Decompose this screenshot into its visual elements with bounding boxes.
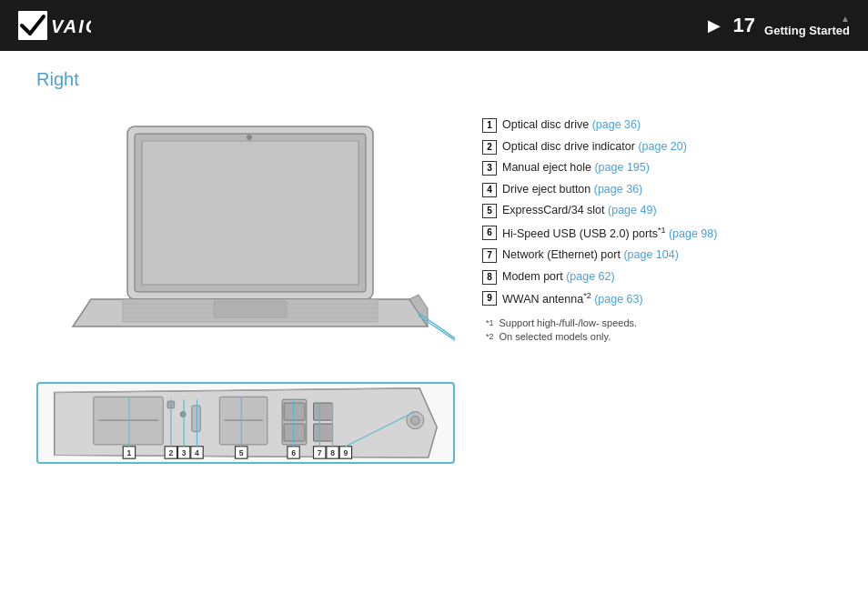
svg-rect-4 [142, 141, 358, 285]
item-text-2: Optical disc drive indicator (page 20) [502, 139, 687, 156]
item-text-5: ExpressCard/34 slot (page 49) [502, 203, 657, 219]
header: VAIO ▶ 17 ▲ Getting Started [0, 0, 868, 51]
page-number: 17 [733, 14, 755, 37]
item-link-9[interactable]: (page 63) [594, 293, 643, 306]
bottom-strip-diagram: 1 2 3 4 5 6 [36, 382, 455, 464]
item-number-9: 9 [482, 291, 497, 306]
svg-rect-19 [192, 406, 201, 432]
section-title: Right [36, 69, 832, 90]
svg-text:VAIO: VAIO [51, 16, 91, 36]
svg-text:1: 1 [127, 448, 132, 457]
svg-text:8: 8 [330, 448, 335, 457]
item-number-2: 2 [482, 140, 497, 155]
svg-text:5: 5 [239, 448, 244, 457]
item-link-8[interactable]: (page 62) [566, 270, 615, 283]
header-right: ▶ 17 ▲ Getting Started [708, 14, 850, 37]
footnote-1: *1 Support high-/full-/low- speeds. [486, 317, 832, 328]
list-item: 3 Manual eject hole (page 195) [482, 160, 832, 176]
item-number-6: 6 [482, 226, 497, 240]
item-number-4: 4 [482, 183, 497, 197]
content-area: 1 2 3 4 5 6 [36, 108, 832, 464]
item-number-7: 7 [482, 248, 497, 263]
illustration-area: 1 2 3 4 5 6 [36, 108, 455, 464]
svg-text:9: 9 [343, 448, 348, 457]
footnote-2: *2 On selected models only. [486, 331, 832, 342]
svg-rect-24 [284, 424, 305, 441]
list-item: 9 WWAN antenna*2 (page 63) [482, 290, 832, 308]
list-item: 5 ExpressCard/34 slot (page 49) [482, 203, 832, 219]
svg-point-28 [411, 416, 420, 425]
footnote-marker-1: *1 [486, 318, 494, 328]
item-link-4[interactable]: (page 36) [594, 183, 643, 196]
logo-svg: VAIO [18, 9, 91, 42]
svg-rect-25 [314, 403, 333, 420]
list-item: 2 Optical disc drive indicator (page 20) [482, 139, 832, 156]
svg-text:4: 4 [195, 448, 199, 457]
item-link-3[interactable]: (page 195) [594, 161, 649, 174]
list-item: 6 Hi-Speed USB (USB 2.0) ports*1 (page 9… [482, 225, 832, 243]
list-item: 8 Modem port (page 62) [482, 269, 832, 286]
footnote-section: *1 Support high-/full-/low- speeds. *2 O… [482, 317, 832, 342]
svg-text:2: 2 [168, 448, 173, 457]
svg-text:7: 7 [318, 448, 322, 457]
item-text-3: Manual eject hole (page 195) [502, 160, 650, 176]
list-item: 1 Optical disc drive (page 36) [482, 117, 832, 134]
item-text-8: Modem port (page 62) [502, 269, 615, 286]
vaio-logo: VAIO [18, 9, 91, 42]
item-link-6[interactable]: (page 98) [669, 227, 718, 240]
item-link-7[interactable]: (page 104) [623, 248, 678, 261]
svg-point-5 [247, 135, 252, 140]
item-list: 1 Optical disc drive (page 36) 2 Optical… [482, 117, 832, 308]
footnote-text-2: On selected models only. [500, 331, 611, 342]
item-number-5: 5 [482, 204, 497, 218]
description-area: 1 Optical disc drive (page 36) 2 Optical… [482, 108, 832, 464]
item-text-7: Network (Ethernet) port (page 104) [502, 247, 679, 264]
svg-rect-26 [314, 424, 333, 441]
item-link-1[interactable]: (page 36) [592, 118, 641, 131]
main-content: Right [0, 51, 868, 482]
list-item: 4 Drive eject button (page 36) [482, 182, 832, 198]
nav-arrow: ▲ [841, 14, 850, 24]
item-text-1: Optical disc drive (page 36) [502, 117, 641, 134]
section-label: Getting Started [764, 24, 850, 37]
svg-text:3: 3 [182, 448, 187, 457]
item-link-5[interactable]: (page 49) [608, 204, 657, 216]
item-number-1: 1 [482, 118, 497, 133]
strip-svg: 1 2 3 4 5 6 [38, 384, 453, 462]
item-text-4: Drive eject button (page 36) [502, 182, 642, 198]
footnote-marker-2: *2 [486, 332, 494, 342]
list-item: 7 Network (Ethernet) port (page 104) [482, 247, 832, 264]
item-number-3: 3 [482, 161, 497, 176]
svg-rect-23 [284, 403, 305, 420]
svg-text:6: 6 [291, 448, 296, 457]
item-link-2[interactable]: (page 20) [638, 140, 687, 153]
item-text-6: Hi-Speed USB (USB 2.0) ports*1 (page 98) [502, 225, 717, 243]
arrow-right-icon: ▶ [708, 15, 721, 35]
footnote-text-1: Support high-/full-/low- speeds. [500, 317, 638, 328]
item-number-8: 8 [482, 270, 497, 285]
svg-rect-12 [214, 301, 287, 317]
item-text-9: WWAN antenna*2 (page 63) [502, 290, 643, 308]
svg-point-18 [180, 412, 186, 417]
laptop-illustration [36, 108, 455, 372]
